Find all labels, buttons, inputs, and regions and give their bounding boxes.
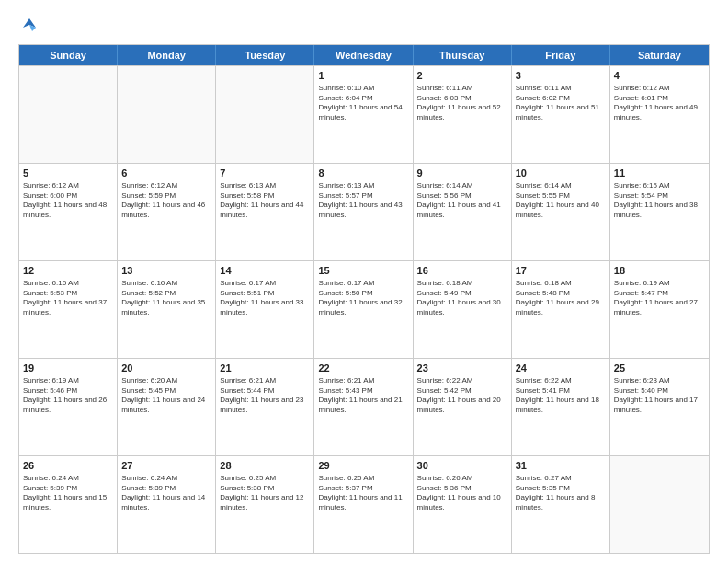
calendar-row-5: 26Sunrise: 6:24 AMSunset: 5:39 PMDayligh… bbox=[19, 455, 709, 553]
day-number: 7 bbox=[220, 167, 310, 180]
day-number: 28 bbox=[220, 459, 310, 473]
day-cell-6: 6Sunrise: 6:12 AMSunset: 5:59 PMDaylight… bbox=[118, 164, 216, 260]
cell-sun-info: Sunrise: 6:19 AMSunset: 5:46 PMDaylight:… bbox=[23, 376, 113, 416]
calendar-row-2: 5Sunrise: 6:12 AMSunset: 6:00 PMDaylight… bbox=[19, 163, 709, 260]
day-number: 14 bbox=[220, 264, 310, 278]
empty-cell bbox=[19, 66, 118, 163]
day-number: 12 bbox=[23, 264, 113, 278]
day-cell-22: 22Sunrise: 6:21 AMSunset: 5:43 PMDayligh… bbox=[314, 359, 413, 455]
day-number: 22 bbox=[318, 362, 408, 375]
day-cell-10: 10Sunrise: 6:14 AMSunset: 5:55 PMDayligh… bbox=[512, 164, 610, 260]
day-number: 4 bbox=[614, 69, 705, 83]
cell-sun-info: Sunrise: 6:12 AMSunset: 6:00 PMDaylight:… bbox=[23, 181, 113, 221]
day-cell-14: 14Sunrise: 6:17 AMSunset: 5:51 PMDayligh… bbox=[216, 261, 314, 358]
day-number: 2 bbox=[417, 69, 507, 83]
cell-sun-info: Sunrise: 6:11 AMSunset: 6:02 PMDaylight:… bbox=[516, 84, 606, 123]
day-cell-24: 24Sunrise: 6:22 AMSunset: 5:41 PMDayligh… bbox=[512, 359, 610, 455]
cell-sun-info: Sunrise: 6:25 AMSunset: 5:38 PMDaylight:… bbox=[220, 474, 310, 513]
calendar-header: SundayMondayTuesdayWednesdayThursdayFrid… bbox=[19, 45, 709, 65]
cell-sun-info: Sunrise: 6:11 AMSunset: 6:03 PMDaylight:… bbox=[417, 84, 507, 123]
day-cell-29: 29Sunrise: 6:25 AMSunset: 5:37 PMDayligh… bbox=[314, 456, 413, 553]
day-cell-17: 17Sunrise: 6:18 AMSunset: 5:48 PMDayligh… bbox=[512, 261, 610, 358]
day-number: 9 bbox=[417, 167, 507, 180]
day-number: 15 bbox=[318, 264, 408, 278]
day-cell-1: 1Sunrise: 6:10 AMSunset: 6:04 PMDaylight… bbox=[314, 66, 413, 163]
day-cell-13: 13Sunrise: 6:16 AMSunset: 5:52 PMDayligh… bbox=[118, 261, 216, 358]
weekday-header-wednesday: Wednesday bbox=[314, 45, 413, 65]
cell-sun-info: Sunrise: 6:17 AMSunset: 5:51 PMDaylight:… bbox=[220, 279, 310, 318]
day-number: 5 bbox=[23, 167, 113, 180]
day-number: 16 bbox=[417, 264, 507, 278]
cell-sun-info: Sunrise: 6:23 AMSunset: 5:40 PMDaylight:… bbox=[614, 376, 705, 416]
day-number: 6 bbox=[121, 167, 211, 180]
day-number: 30 bbox=[417, 459, 507, 473]
cell-sun-info: Sunrise: 6:18 AMSunset: 5:49 PMDaylight:… bbox=[417, 279, 507, 318]
cell-sun-info: Sunrise: 6:21 AMSunset: 5:43 PMDaylight:… bbox=[318, 376, 408, 416]
day-cell-30: 30Sunrise: 6:26 AMSunset: 5:36 PMDayligh… bbox=[414, 456, 512, 553]
day-cell-23: 23Sunrise: 6:22 AMSunset: 5:42 PMDayligh… bbox=[414, 359, 512, 455]
logo-bird-icon bbox=[19, 15, 40, 35]
cell-sun-info: Sunrise: 6:16 AMSunset: 5:52 PMDaylight:… bbox=[121, 279, 211, 318]
day-cell-18: 18Sunrise: 6:19 AMSunset: 5:47 PMDayligh… bbox=[610, 261, 709, 358]
day-number: 21 bbox=[220, 362, 310, 375]
cell-sun-info: Sunrise: 6:10 AMSunset: 6:04 PMDaylight:… bbox=[318, 84, 408, 123]
calendar: SundayMondayTuesdayWednesdayThursdayFrid… bbox=[18, 44, 710, 554]
cell-sun-info: Sunrise: 6:12 AMSunset: 5:59 PMDaylight:… bbox=[121, 181, 211, 221]
day-number: 19 bbox=[23, 362, 113, 375]
day-cell-16: 16Sunrise: 6:18 AMSunset: 5:49 PMDayligh… bbox=[414, 261, 512, 358]
day-cell-2: 2Sunrise: 6:11 AMSunset: 6:03 PMDaylight… bbox=[414, 66, 512, 163]
cell-sun-info: Sunrise: 6:16 AMSunset: 5:53 PMDaylight:… bbox=[23, 279, 113, 318]
day-cell-21: 21Sunrise: 6:21 AMSunset: 5:44 PMDayligh… bbox=[216, 359, 314, 455]
header bbox=[18, 15, 710, 35]
cell-sun-info: Sunrise: 6:19 AMSunset: 5:47 PMDaylight:… bbox=[614, 279, 705, 318]
day-number: 11 bbox=[614, 167, 705, 180]
weekday-header-tuesday: Tuesday bbox=[216, 45, 314, 65]
day-number: 20 bbox=[121, 362, 211, 375]
day-cell-26: 26Sunrise: 6:24 AMSunset: 5:39 PMDayligh… bbox=[19, 456, 118, 553]
day-cell-4: 4Sunrise: 6:12 AMSunset: 6:01 PMDaylight… bbox=[610, 66, 709, 163]
cell-sun-info: Sunrise: 6:13 AMSunset: 5:57 PMDaylight:… bbox=[318, 181, 408, 221]
weekday-header-friday: Friday bbox=[512, 45, 610, 65]
day-number: 8 bbox=[318, 167, 408, 180]
day-cell-9: 9Sunrise: 6:14 AMSunset: 5:56 PMDaylight… bbox=[414, 164, 512, 260]
empty-cell bbox=[118, 66, 216, 163]
calendar-row-1: 1Sunrise: 6:10 AMSunset: 6:04 PMDaylight… bbox=[19, 65, 709, 163]
calendar-row-4: 19Sunrise: 6:19 AMSunset: 5:46 PMDayligh… bbox=[19, 358, 709, 455]
logo bbox=[18, 15, 40, 35]
day-cell-8: 8Sunrise: 6:13 AMSunset: 5:57 PMDaylight… bbox=[314, 164, 413, 260]
cell-sun-info: Sunrise: 6:14 AMSunset: 5:55 PMDaylight:… bbox=[516, 181, 606, 221]
weekday-header-saturday: Saturday bbox=[610, 45, 709, 65]
cell-sun-info: Sunrise: 6:12 AMSunset: 6:01 PMDaylight:… bbox=[614, 84, 705, 123]
weekday-header-monday: Monday bbox=[118, 45, 216, 65]
day-number: 25 bbox=[614, 362, 705, 375]
cell-sun-info: Sunrise: 6:20 AMSunset: 5:45 PMDaylight:… bbox=[121, 376, 211, 416]
cell-sun-info: Sunrise: 6:26 AMSunset: 5:36 PMDaylight:… bbox=[417, 474, 507, 513]
day-cell-19: 19Sunrise: 6:19 AMSunset: 5:46 PMDayligh… bbox=[19, 359, 118, 455]
day-number: 1 bbox=[318, 69, 408, 83]
day-number: 10 bbox=[516, 167, 606, 180]
cell-sun-info: Sunrise: 6:17 AMSunset: 5:50 PMDaylight:… bbox=[318, 279, 408, 318]
cell-sun-info: Sunrise: 6:22 AMSunset: 5:41 PMDaylight:… bbox=[516, 376, 606, 416]
weekday-header-sunday: Sunday bbox=[19, 45, 118, 65]
day-cell-12: 12Sunrise: 6:16 AMSunset: 5:53 PMDayligh… bbox=[19, 261, 118, 358]
cell-sun-info: Sunrise: 6:15 AMSunset: 5:54 PMDaylight:… bbox=[614, 181, 705, 221]
cell-sun-info: Sunrise: 6:18 AMSunset: 5:48 PMDaylight:… bbox=[516, 279, 606, 318]
day-number: 13 bbox=[121, 264, 211, 278]
calendar-row-3: 12Sunrise: 6:16 AMSunset: 5:53 PMDayligh… bbox=[19, 260, 709, 358]
day-number: 27 bbox=[121, 459, 211, 473]
empty-cell bbox=[216, 66, 314, 163]
day-cell-5: 5Sunrise: 6:12 AMSunset: 6:00 PMDaylight… bbox=[19, 164, 118, 260]
day-cell-25: 25Sunrise: 6:23 AMSunset: 5:40 PMDayligh… bbox=[610, 359, 709, 455]
cell-sun-info: Sunrise: 6:24 AMSunset: 5:39 PMDaylight:… bbox=[23, 474, 113, 513]
cell-sun-info: Sunrise: 6:21 AMSunset: 5:44 PMDaylight:… bbox=[220, 376, 310, 416]
day-number: 3 bbox=[516, 69, 606, 83]
day-cell-15: 15Sunrise: 6:17 AMSunset: 5:50 PMDayligh… bbox=[314, 261, 413, 358]
day-number: 23 bbox=[417, 362, 507, 375]
cell-sun-info: Sunrise: 6:22 AMSunset: 5:42 PMDaylight:… bbox=[417, 376, 507, 416]
svg-marker-0 bbox=[23, 18, 36, 28]
page: SundayMondayTuesdayWednesdayThursdayFrid… bbox=[0, 0, 728, 563]
day-cell-3: 3Sunrise: 6:11 AMSunset: 6:02 PMDaylight… bbox=[512, 66, 610, 163]
day-number: 29 bbox=[318, 459, 408, 473]
empty-cell bbox=[610, 456, 709, 553]
day-cell-11: 11Sunrise: 6:15 AMSunset: 5:54 PMDayligh… bbox=[610, 164, 709, 260]
